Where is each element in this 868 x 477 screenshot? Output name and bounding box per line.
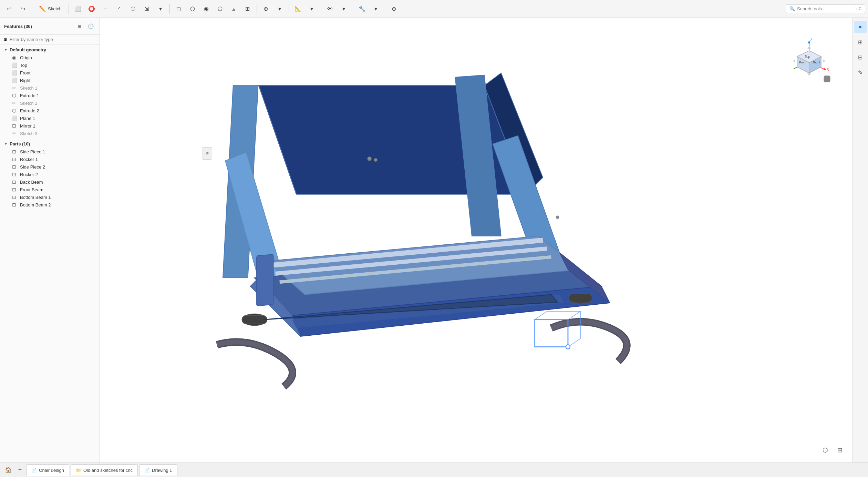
part-icon-7: ⊡ bbox=[11, 194, 17, 200]
parts-label: Parts (10) bbox=[10, 141, 30, 146]
tree-item-back-beam[interactable]: ⊡ Back Beam bbox=[0, 178, 100, 186]
top-label: Top bbox=[20, 63, 27, 68]
plane1-label: Plane 1 bbox=[20, 116, 35, 121]
dropdown-1[interactable]: ▾ bbox=[154, 3, 167, 15]
tab-drawing1-icon: 📄 bbox=[144, 468, 150, 473]
tree-item-bottom-beam-1[interactable]: ⊡ Bottom Beam 1 bbox=[0, 193, 100, 201]
3d-view-button[interactable]: ● bbox=[854, 21, 867, 33]
sketch-icon: ✏ bbox=[11, 85, 17, 91]
view-tool[interactable]: 👁 bbox=[324, 3, 336, 15]
rocker1-label: Rocker 1 bbox=[20, 157, 38, 162]
sketch3-label: Sketch 3 bbox=[20, 131, 38, 136]
tab-chair-design-label: Chair design bbox=[39, 468, 64, 473]
transform-tool[interactable]: ⇲ bbox=[141, 3, 153, 15]
pattern-tool[interactable]: ⊞ bbox=[241, 3, 254, 15]
svg-text:Front: Front bbox=[799, 61, 807, 64]
extrude-tool[interactable]: ⬡ bbox=[186, 3, 199, 15]
mesh-view-button[interactable]: ⊟ bbox=[854, 51, 867, 63]
spline-tool[interactable]: 〰 bbox=[99, 3, 112, 15]
feature-panel: Features (36) ⊕ 🕐 ⚙ ▼ Default geometry ◉… bbox=[0, 18, 100, 463]
dropdown-2[interactable]: ▾ bbox=[273, 3, 286, 15]
dropdown-3[interactable]: ▾ bbox=[306, 3, 318, 15]
tab-drawing1[interactable]: 📄 Drawing 1 bbox=[139, 464, 177, 476]
crosshair-tool[interactable]: ⊕ bbox=[388, 3, 400, 15]
fillet-tool[interactable]: ◜ bbox=[113, 3, 125, 15]
shell-tool[interactable]: ⬠ bbox=[214, 3, 226, 15]
dropdown-5[interactable]: ▾ bbox=[370, 3, 382, 15]
tree-item-front-beam[interactable]: ⊡ Front Beam bbox=[0, 186, 100, 193]
tab-old-sketches-icon: 📁 bbox=[76, 468, 81, 473]
extrude-icon: ⬡ bbox=[11, 93, 17, 98]
add-tab-button[interactable]: + bbox=[15, 465, 25, 475]
back-beam-label: Back Beam bbox=[20, 180, 43, 185]
tree-item-sketch3[interactable]: ✏ Sketch 3 bbox=[0, 130, 100, 137]
tree-item-side-piece-2[interactable]: ⊡ Side Piece 2 bbox=[0, 163, 100, 171]
parts-section[interactable]: ▼ Parts (10) bbox=[0, 140, 100, 148]
rectangle-tool[interactable]: ⬜ bbox=[72, 3, 84, 15]
tree-item-sketch1[interactable]: ✏ Sketch 1 bbox=[0, 84, 100, 92]
solid-tool[interactable]: ◻ bbox=[173, 3, 185, 15]
svg-text:Top: Top bbox=[805, 55, 810, 59]
extrude1-label: Extrude 1 bbox=[20, 93, 39, 98]
svg-marker-49 bbox=[823, 59, 825, 63]
right-label: Right bbox=[20, 78, 30, 83]
dropdown-4[interactable]: ▾ bbox=[338, 3, 350, 15]
feature-search-bar: ⚙ bbox=[0, 35, 100, 44]
bottom-beam1-label: Bottom Beam 1 bbox=[20, 195, 51, 200]
panel-title: Features (36) bbox=[4, 24, 32, 29]
default-geometry-section[interactable]: ▼ Default geometry bbox=[0, 46, 100, 54]
search-input[interactable] bbox=[797, 6, 852, 11]
tree-item-front[interactable]: ⬜ Front bbox=[0, 69, 100, 77]
circle-tool[interactable]: ⭕ bbox=[85, 3, 98, 15]
view-cube[interactable]: Z X Top Front Right bbox=[787, 39, 831, 83]
loft-tool[interactable]: ⟁ bbox=[228, 3, 240, 15]
grid-view-button[interactable]: ⊞ bbox=[854, 36, 867, 48]
separator-2 bbox=[69, 4, 69, 14]
mirror1-label: Mirror 1 bbox=[20, 123, 35, 129]
annotation-button[interactable]: ✎ bbox=[854, 66, 867, 79]
sketch-label: Sketch bbox=[48, 6, 62, 11]
home-button[interactable]: 🏠 bbox=[3, 465, 14, 476]
search-icon: 🔍 bbox=[789, 6, 795, 11]
tree-item-rocker1[interactable]: ⊡ Rocker 1 bbox=[0, 155, 100, 163]
sketch-button[interactable]: ✏️ Sketch bbox=[35, 3, 66, 14]
assembly-tool[interactable]: 🔧 bbox=[356, 3, 368, 15]
add-feature-button[interactable]: ⊕ bbox=[75, 21, 84, 31]
measure-tool[interactable]: 📐 bbox=[292, 3, 304, 15]
side-piece2-label: Side Piece 2 bbox=[20, 164, 45, 170]
3d-viewport[interactable]: Z X Top Front Right bbox=[100, 18, 852, 463]
offset-tool[interactable]: ⬡ bbox=[127, 3, 139, 15]
part-icon-6: ⊡ bbox=[11, 187, 17, 192]
default-geometry-label: Default geometry bbox=[10, 47, 46, 52]
tree-item-extrude1[interactable]: ⬡ Extrude 1 bbox=[0, 92, 100, 99]
tree-item-bottom-beam-2[interactable]: ⊡ Bottom Beam 2 bbox=[0, 201, 100, 209]
view-cube-svg: Z X Top Front Right bbox=[787, 39, 831, 83]
svg-marker-47 bbox=[807, 46, 811, 49]
tree-item-rocker2[interactable]: ⊡ Rocker 2 bbox=[0, 171, 100, 178]
tree-item-plane1[interactable]: ⬜ Plane 1 bbox=[0, 114, 100, 122]
rocker2-label: Rocker 2 bbox=[20, 172, 38, 177]
boolean-tool[interactable]: ⊕ bbox=[260, 3, 272, 15]
tree-item-side-piece-1[interactable]: ⊡ Side Piece 1 bbox=[0, 148, 100, 155]
svg-text:X: X bbox=[827, 68, 829, 71]
revolve-tool[interactable]: ◉ bbox=[200, 3, 213, 15]
history-button[interactable]: 🕐 bbox=[86, 21, 95, 31]
tree-item-sketch2[interactable]: ✏ Sketch 2 bbox=[0, 99, 100, 107]
tree-item-top[interactable]: ⬜ Top bbox=[0, 61, 100, 69]
tree-item-origin[interactable]: ◉ Origin bbox=[0, 54, 100, 61]
tab-old-sketches[interactable]: 📁 Old and sketches for cnc bbox=[71, 464, 138, 476]
tree-item-right[interactable]: ⬜ Right bbox=[0, 77, 100, 84]
redo-button[interactable]: ↪ bbox=[17, 3, 29, 15]
tree-item-extrude2[interactable]: ⬡ Extrude 2 bbox=[0, 107, 100, 114]
undo-button[interactable]: ↩ bbox=[3, 3, 15, 15]
bottom-right-icons: ⬡ ⊞ bbox=[820, 445, 845, 456]
tab-chair-design[interactable]: 📄 Chair design bbox=[26, 464, 69, 476]
chair-svg bbox=[100, 18, 852, 463]
toolbar: ↩ ↪ ✏️ Sketch ⬜ ⭕ 〰 ◜ ⬡ ⇲ ▾ ◻ ⬡ ◉ ⬠ ⟁ ⊞ … bbox=[0, 0, 868, 18]
tree-item-mirror1[interactable]: ⊡ Mirror 1 bbox=[0, 122, 100, 130]
br-icon-2[interactable]: ⊞ bbox=[834, 445, 845, 456]
br-icon-1[interactable]: ⬡ bbox=[820, 445, 831, 456]
svg-marker-50 bbox=[793, 59, 795, 63]
feature-filter-input[interactable] bbox=[10, 37, 96, 42]
context-collapse-btn[interactable]: ≡ bbox=[203, 147, 212, 160]
